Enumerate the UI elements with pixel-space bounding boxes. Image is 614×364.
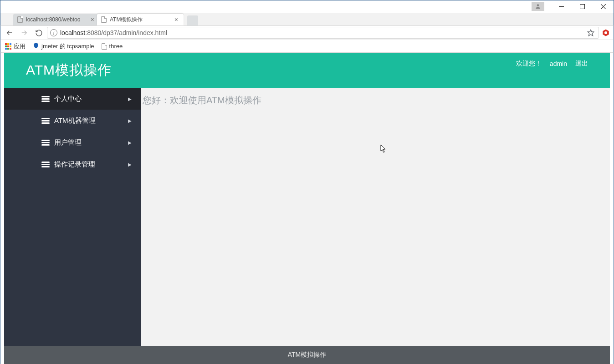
sidebar-item-operation-log[interactable]: 操作记录管理 ▶ <box>4 153 141 175</box>
sidebar-nav: 个人中心 ▶ ATM机器管理 ▶ 用户管理 ▶ 操作记录管理 ▶ <box>4 88 141 346</box>
bookmark-item[interactable]: three <box>102 43 123 50</box>
chevron-right-icon: ▶ <box>128 118 132 123</box>
browser-tab-strip: localhost:8080/webtoo × ATM模拟操作 × <box>0 13 614 25</box>
header-right: 欢迎您！ admin 退出 <box>516 60 588 68</box>
site-info-icon[interactable]: i <box>50 29 57 36</box>
tab-title: ATM模拟操作 <box>110 16 143 24</box>
browser-tab-inactive[interactable]: localhost:8080/webtoo × <box>13 14 100 25</box>
sidebar-item-user-management[interactable]: 用户管理 ▶ <box>4 131 141 153</box>
page-icon <box>101 16 107 23</box>
svg-marker-3 <box>588 30 594 35</box>
svg-rect-1 <box>559 6 564 7</box>
bookmark-label: jmeter 的 tcpsample <box>41 42 94 51</box>
welcome-message: 您好：欢迎使用ATM模拟操作 <box>143 94 608 106</box>
extension-adblock-icon[interactable] <box>601 29 611 37</box>
chevron-right-icon: ▶ <box>128 140 132 145</box>
browser-toolbar: i localhost:8080/dp37/admin/index.html <box>0 25 614 40</box>
tab-title: localhost:8080/webtoo <box>26 16 80 23</box>
apps-grid-icon <box>5 43 11 50</box>
sidebar-item-personal-center[interactable]: 个人中心 ▶ <box>4 88 141 110</box>
tab-close-icon[interactable]: × <box>173 16 180 23</box>
window-close-button[interactable] <box>593 0 614 13</box>
tab-close-icon[interactable]: × <box>89 16 96 23</box>
apps-shortcut[interactable]: 应用 <box>5 42 26 51</box>
address-bar[interactable]: i localhost:8080/dp37/admin/index.html <box>47 27 599 39</box>
sidebar-item-label: 用户管理 <box>54 138 82 147</box>
app-footer: ATM模拟操作 <box>4 346 610 364</box>
logout-link[interactable]: 退出 <box>575 60 588 68</box>
bookmark-star-icon[interactable] <box>586 29 596 36</box>
stack-icon <box>41 162 50 167</box>
browser-tab-active[interactable]: ATM模拟操作 × <box>97 14 184 25</box>
user-link[interactable]: admin <box>550 60 567 67</box>
apps-label: 应用 <box>14 42 26 51</box>
page-icon <box>17 16 23 23</box>
window-maximize-button[interactable] <box>572 0 593 13</box>
svg-point-5 <box>604 31 607 34</box>
svg-rect-2 <box>580 5 584 9</box>
svg-point-0 <box>537 4 539 6</box>
welcome-text: 欢迎您！ <box>516 60 542 68</box>
chevron-right-icon: ▶ <box>128 162 132 167</box>
sidebar-item-label: ATM机器管理 <box>54 116 96 125</box>
main-content: 您好：欢迎使用ATM模拟操作 <box>141 88 610 346</box>
stack-icon <box>41 140 50 145</box>
forward-button[interactable] <box>18 26 31 39</box>
sidebar-item-label: 操作记录管理 <box>54 160 95 169</box>
stack-icon <box>41 96 50 101</box>
user-account-icon[interactable] <box>532 2 544 11</box>
sidebar-item-label: 个人中心 <box>54 95 82 103</box>
footer-text: ATM模拟操作 <box>288 351 327 359</box>
shield-icon <box>33 42 39 50</box>
window-minimize-button[interactable] <box>551 0 572 13</box>
bookmarks-bar: 应用 jmeter 的 tcpsample three <box>0 40 614 53</box>
stack-icon <box>41 118 50 123</box>
chevron-right-icon: ▶ <box>128 96 132 101</box>
app-title: ATM模拟操作 <box>26 61 112 80</box>
reload-button[interactable] <box>32 26 45 39</box>
page-viewport: ATM模拟操作 欢迎您！ admin 退出 个人中心 ▶ ATM机器管理 ▶ <box>0 53 614 364</box>
bookmark-item[interactable]: jmeter 的 tcpsample <box>33 42 94 51</box>
sidebar-item-atm-management[interactable]: ATM机器管理 ▶ <box>4 110 141 131</box>
bookmark-label: three <box>109 43 123 50</box>
window-titlebar <box>0 0 614 13</box>
app-header: ATM模拟操作 欢迎您！ admin 退出 <box>4 53 610 88</box>
url-text: localhost:8080/dp37/admin/index.html <box>60 29 583 36</box>
page-icon <box>102 43 107 50</box>
back-button[interactable] <box>3 26 16 39</box>
new-tab-button[interactable] <box>187 15 198 25</box>
